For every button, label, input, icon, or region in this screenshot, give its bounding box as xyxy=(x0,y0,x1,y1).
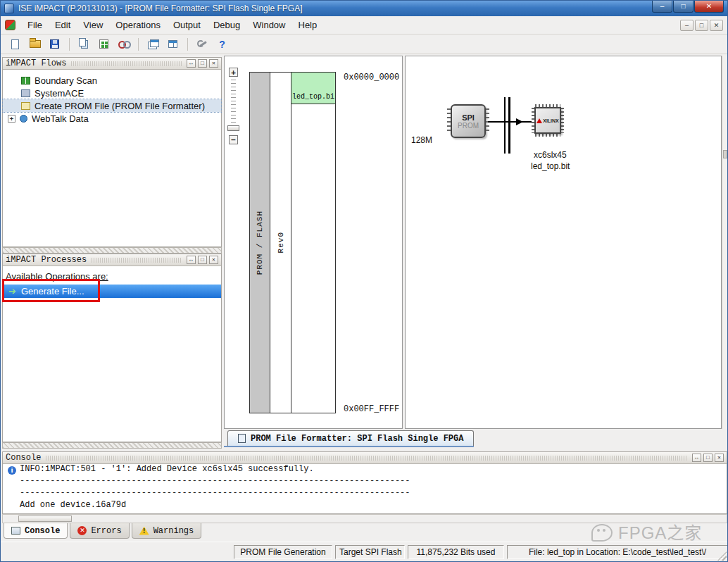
spi-chip-label: SPI xyxy=(462,113,475,122)
prom-flash-column: PROM / FLASH xyxy=(249,72,270,413)
panel-splitter[interactable] xyxy=(2,247,222,254)
watermark: FPGA之家 xyxy=(591,519,702,544)
toolbar-separator xyxy=(138,38,139,51)
titlebar[interactable]: ISE iMPACT (P.20131013) - [PROM File For… xyxy=(1,1,727,16)
data-column: led_top.bi xyxy=(291,72,336,413)
menu-item-debug[interactable]: Debug xyxy=(207,18,246,32)
statusbar: PROM File Generation Target SPI Flash 11… xyxy=(1,542,728,562)
console-panel-header[interactable]: Console ↔ □ ✕ xyxy=(3,452,727,464)
zoom-slider-handle[interactable] xyxy=(227,125,239,131)
menu-item-output[interactable]: Output xyxy=(167,18,207,32)
cascade-windows-button[interactable] xyxy=(144,36,162,52)
document-icon xyxy=(238,434,246,443)
mdi-minimize-button[interactable]: – xyxy=(680,20,694,31)
maximize-panel-button[interactable]: □ xyxy=(198,256,207,264)
tab-warnings[interactable]: ! Warnings xyxy=(132,523,202,539)
zoom-out-button[interactable]: − xyxy=(229,135,238,144)
new-project-button[interactable] xyxy=(6,36,24,52)
console-line: ----------------------------------------… xyxy=(3,476,727,488)
menu-item-edit[interactable]: Edit xyxy=(49,18,77,32)
console-line: Add one device.16a79d xyxy=(3,500,727,512)
auto-assign-button[interactable] xyxy=(194,36,211,52)
toolbar: ? xyxy=(1,35,727,54)
tab-label: Warnings xyxy=(153,526,194,536)
prom-memory-map-view: + − PROM / FLASH Rev0 led_top.bi 0x0000_… xyxy=(224,56,403,429)
status-target: Target SPI Flash xyxy=(335,545,405,559)
status-file-location: File: led_top in Location: E:\code_test\… xyxy=(507,545,728,559)
flow-item-webtalk-data[interactable]: + WebTalk Data xyxy=(3,112,221,125)
maximize-panel-button[interactable]: □ xyxy=(198,59,207,68)
save-project-button[interactable] xyxy=(46,36,63,52)
mdi-restore-button[interactable]: □ xyxy=(695,20,708,31)
prom-file-icon xyxy=(21,102,30,110)
annotation-highlight-box xyxy=(2,279,100,302)
spi-chip-sublabel: PROM xyxy=(458,122,479,130)
flow-item-label: Create PROM File (PROM File Formatter) xyxy=(34,101,205,111)
cable-setup-button[interactable] xyxy=(115,36,132,52)
density-label: 128M xyxy=(411,135,432,145)
close-panel-button[interactable]: ✕ xyxy=(715,454,724,462)
flow-item-systemace[interactable]: SystemACE xyxy=(3,87,221,99)
error-icon: ✕ xyxy=(77,526,87,535)
impact-flows-panel: iMPACT Flows ↔ □ ✕ Boundary Scan SystemA… xyxy=(2,57,222,247)
initialize-chain-button[interactable] xyxy=(95,36,113,52)
menubar: File Edit View Operations Output Debug W… xyxy=(1,16,727,35)
flows-panel-header[interactable]: iMPACT Flows ↔ □ ✕ xyxy=(3,58,221,70)
console-line: INFO:iMPACT:501 - '1': Added Device xc6s… xyxy=(3,464,727,476)
save-icon xyxy=(50,39,59,49)
maximize-panel-button[interactable]: □ xyxy=(703,454,713,462)
scrollbar-thumb[interactable] xyxy=(18,516,72,522)
processes-panel-header[interactable]: iMPACT Processes ↔ □ ✕ xyxy=(3,254,221,266)
tab-errors[interactable]: ✕ Errors xyxy=(70,523,129,539)
menu-item-window[interactable]: Window xyxy=(246,18,291,32)
panel-splitter[interactable] xyxy=(2,442,222,449)
prom-formatter-tab[interactable]: PROM File Formatter: SPI Flash Single FP… xyxy=(227,430,474,446)
close-button[interactable]: ✕ xyxy=(694,1,724,13)
bus-wire xyxy=(504,97,506,154)
scrollbar-thumb[interactable] xyxy=(723,150,727,158)
minimize-button[interactable]: – xyxy=(652,1,672,13)
xilinx-fpga-chip[interactable]: XILINX xyxy=(532,104,564,137)
impact-app-icon xyxy=(5,20,15,30)
maximize-button[interactable]: □ xyxy=(673,1,694,13)
bus-arrow-icon xyxy=(516,118,523,125)
help-cursor-button[interactable]: ? xyxy=(213,36,231,52)
float-panel-button[interactable]: ↔ xyxy=(187,59,196,68)
message-tab-bar: Console ✕ Errors ! Warnings xyxy=(4,523,201,540)
menu-item-view[interactable]: View xyxy=(77,18,109,32)
spi-prom-chip[interactable]: SPI PROM xyxy=(447,104,489,138)
copy-button[interactable] xyxy=(75,36,93,52)
tile-windows-icon xyxy=(168,40,177,48)
flow-item-boundary-scan[interactable]: Boundary Scan xyxy=(3,74,221,87)
end-address-label: 0x00FF_FFFF xyxy=(344,404,399,414)
cascade-windows-icon xyxy=(150,39,159,47)
vertical-scrollbar[interactable] xyxy=(722,56,728,429)
float-panel-button[interactable]: ↔ xyxy=(187,256,196,264)
menu-item-operations[interactable]: Operations xyxy=(109,18,167,32)
menu-item-help[interactable]: Help xyxy=(292,18,324,32)
new-file-icon xyxy=(11,39,19,49)
bitstream-file-cell[interactable]: led_top.bi xyxy=(291,73,335,104)
zoom-in-button[interactable]: + xyxy=(229,68,238,77)
close-panel-button[interactable]: ✕ xyxy=(209,256,218,264)
tile-windows-button[interactable] xyxy=(164,36,182,52)
flow-item-label: SystemACE xyxy=(34,88,84,99)
close-panel-button[interactable]: ✕ xyxy=(209,59,218,68)
tab-console[interactable]: Console xyxy=(4,523,68,539)
xilinx-brand-label: XILINX xyxy=(543,118,559,123)
zoom-slider-track[interactable] xyxy=(231,80,236,123)
document-tab-label: PROM File Formatter: SPI Flash Single FP… xyxy=(251,434,463,444)
chip-pins-right xyxy=(561,108,564,133)
watermark-logo-icon xyxy=(591,523,612,541)
menu-item-file[interactable]: File xyxy=(21,18,49,32)
flow-item-create-prom-file[interactable]: Create PROM File (PROM File Formatter) xyxy=(3,99,221,112)
open-project-button[interactable] xyxy=(26,36,44,52)
info-icon: i xyxy=(8,466,16,475)
flow-item-label: Boundary Scan xyxy=(34,75,97,86)
float-panel-button[interactable]: ↔ xyxy=(692,454,701,462)
document-tab-bar: PROM File Formatter: SPI Flash Single FP… xyxy=(224,430,722,447)
spi-chip-body: SPI PROM xyxy=(451,104,486,138)
mdi-close-button[interactable]: ✕ xyxy=(710,20,723,31)
flows-panel-title: iMPACT Flows xyxy=(6,58,66,68)
expand-icon[interactable]: + xyxy=(8,115,15,123)
